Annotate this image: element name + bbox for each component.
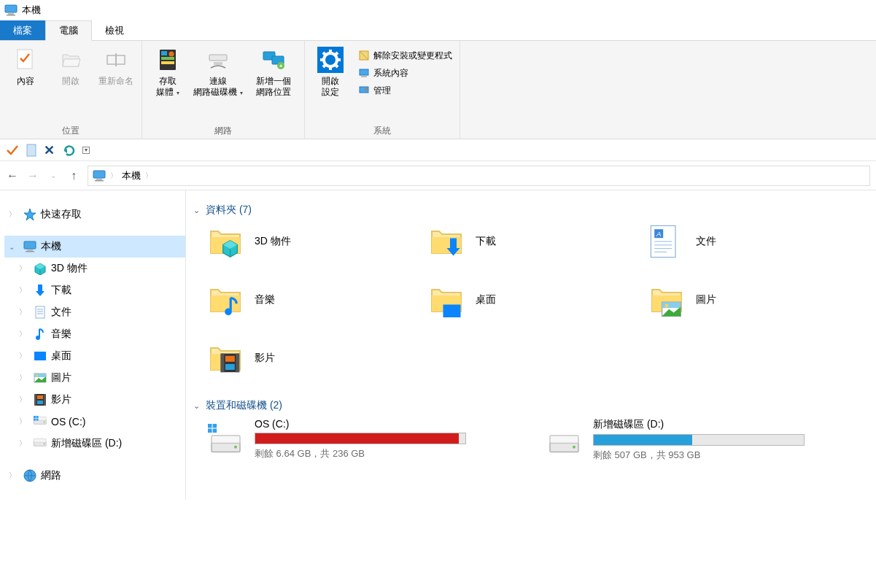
drive-status: 剩餘 6.64 GB，共 236 GB bbox=[255, 447, 466, 460]
breadcrumb-root[interactable]: 本機 bbox=[122, 169, 141, 182]
qat-doc-icon[interactable] bbox=[26, 144, 36, 157]
tree-drive-d[interactable]: 〉 新增磁碟區 (D:) bbox=[4, 433, 185, 454]
tree-videos[interactable]: 〉 影片 bbox=[4, 389, 185, 411]
chevron-right-icon[interactable]: 〉 bbox=[19, 438, 29, 449]
navbar: ← → ⌄ ↑ 〉 本機 〉 bbox=[0, 161, 876, 190]
section-drives-header[interactable]: ⌄ 裝置和磁碟機 (2) bbox=[193, 399, 869, 412]
drive-icon bbox=[33, 437, 47, 450]
ribbon-group-network: 存取 媒體 ▾ 連線 網路磁碟機 ▾ 新增一個 網路位置 網路 bbox=[142, 41, 305, 139]
address-bar[interactable]: 〉 本機 〉 bbox=[88, 166, 870, 186]
folder-desktop[interactable]: 桌面 bbox=[427, 281, 648, 319]
properties-icon bbox=[17, 49, 34, 71]
music-icon bbox=[34, 328, 46, 341]
folder-music[interactable]: 音樂 bbox=[206, 281, 427, 319]
rename-button: 重新命名 bbox=[95, 44, 137, 90]
settings-icon bbox=[317, 47, 344, 73]
sysprops-button[interactable]: 系統內容 bbox=[354, 64, 455, 82]
group-label-location: 位置 bbox=[4, 123, 137, 137]
quick-access-toolbar: ✕ ▾ bbox=[0, 139, 876, 161]
chevron-right-icon[interactable]: 〉 bbox=[9, 209, 19, 220]
qat-delete-icon[interactable]: ✕ bbox=[44, 142, 55, 158]
uninstall-button[interactable]: 解除安裝或變更程式 bbox=[354, 47, 455, 64]
folder-downloads[interactable]: 下載 bbox=[427, 223, 648, 260]
section-folders-header[interactable]: ⌄ 資料夾 (7) bbox=[193, 204, 869, 217]
ribbon-group-system: 開啟 設定 解除安裝或變更程式 系統內容 管理 系統 bbox=[305, 41, 460, 139]
drive-status: 剩餘 507 GB，共 953 GB bbox=[593, 449, 805, 462]
tree-documents[interactable]: 〉 文件 bbox=[4, 301, 185, 323]
thispc-icon bbox=[93, 169, 106, 182]
chevron-right-icon[interactable]: 〉 bbox=[19, 417, 29, 427]
chevron-down-icon: ⌄ bbox=[193, 206, 200, 215]
chevron-right-icon[interactable]: 〉 bbox=[19, 395, 29, 405]
tree-music[interactable]: 〉 音樂 bbox=[4, 323, 185, 345]
tab-file[interactable]: 檔案 bbox=[0, 20, 45, 40]
svg-rect-61 bbox=[27, 144, 36, 156]
nav-up-button[interactable]: ↑ bbox=[67, 169, 80, 182]
star-icon bbox=[23, 208, 36, 221]
access-media-button[interactable]: 存取 媒體 ▾ bbox=[147, 44, 189, 101]
cube-icon bbox=[34, 262, 47, 275]
download-icon bbox=[34, 284, 47, 297]
breadcrumb-sep-icon[interactable]: 〉 bbox=[110, 171, 117, 181]
breadcrumb-sep-icon[interactable]: 〉 bbox=[145, 171, 152, 181]
drive-usage-bar bbox=[593, 434, 805, 446]
sysprops-icon bbox=[359, 68, 369, 78]
folder-videos[interactable]: 影片 bbox=[206, 339, 427, 377]
addlocation-icon bbox=[262, 49, 285, 71]
ribbon-body: 內容 開啟 重新命名 位置 存取 媒體 ▾ 連線 網路磁碟機 ▾ bbox=[0, 41, 876, 139]
chevron-right-icon[interactable]: 〉 bbox=[19, 285, 29, 295]
chevron-right-icon[interactable]: 〉 bbox=[19, 373, 29, 383]
manage-icon bbox=[359, 85, 369, 96]
video-icon bbox=[34, 393, 47, 406]
tab-view[interactable]: 檢視 bbox=[92, 20, 137, 40]
chevron-down-icon: ⌄ bbox=[193, 401, 200, 411]
open-icon bbox=[61, 50, 81, 69]
ribbon-tabs: 檔案 電腦 檢視 bbox=[0, 20, 876, 41]
tree-drive-c[interactable]: 〉 OS (C:) bbox=[4, 411, 185, 433]
chevron-down-icon[interactable]: ⌄ bbox=[9, 243, 19, 251]
manage-button[interactable]: 管理 bbox=[354, 82, 455, 99]
tab-computer[interactable]: 電腦 bbox=[45, 20, 92, 41]
thispc-icon bbox=[4, 4, 18, 17]
nav-back-button[interactable]: ← bbox=[6, 169, 19, 182]
nav-forward-button: → bbox=[26, 169, 39, 182]
properties-button[interactable]: 內容 bbox=[4, 44, 47, 90]
qat-check-icon[interactable] bbox=[6, 144, 19, 157]
chevron-down-icon: ▾ bbox=[240, 90, 243, 96]
drive-c[interactable]: OS (C:) 剩餘 6.64 GB，共 236 GB bbox=[206, 418, 530, 462]
chevron-right-icon[interactable]: 〉 bbox=[19, 351, 29, 361]
tree-3d-objects[interactable]: 〉 3D 物件 bbox=[4, 258, 185, 279]
tree-desktop[interactable]: 〉 桌面 bbox=[4, 345, 185, 367]
folder-3d-objects[interactable]: 3D 物件 bbox=[206, 223, 427, 260]
chevron-right-icon[interactable]: 〉 bbox=[19, 263, 29, 274]
drive-usage-bar bbox=[255, 433, 466, 444]
nav-tree: 〉 快速存取 ⌄ 本機 〉 3D 物件 〉 下載 〉 文件 〉 音樂 bbox=[0, 190, 186, 500]
drive-d[interactable]: 新增磁碟區 (D:) 剩餘 507 GB，共 953 GB bbox=[545, 418, 869, 462]
map-drive-button[interactable]: 連線 網路磁碟機 ▾ bbox=[192, 44, 244, 101]
add-location-button[interactable]: 新增一個 網路位置 bbox=[247, 44, 300, 101]
open-settings-button[interactable]: 開啟 設定 bbox=[309, 44, 352, 101]
tree-this-pc[interactable]: ⌄ 本機 bbox=[4, 236, 185, 258]
desktop-icon bbox=[34, 349, 47, 363]
nav-recent-button[interactable]: ⌄ bbox=[47, 171, 60, 179]
drive-icon bbox=[33, 415, 47, 428]
titlebar: 本機 bbox=[0, 0, 876, 20]
drives-grid: OS (C:) 剩餘 6.64 GB，共 236 GB 新增磁碟區 (D:) 剩… bbox=[206, 418, 869, 462]
picture-icon bbox=[34, 372, 47, 384]
chevron-right-icon[interactable]: 〉 bbox=[19, 307, 29, 317]
uninstall-icon bbox=[359, 50, 369, 61]
tree-network[interactable]: 〉 網路 bbox=[4, 465, 185, 487]
group-label-network: 網路 bbox=[147, 123, 300, 137]
tree-quick-access[interactable]: 〉 快速存取 bbox=[4, 204, 185, 225]
rename-icon bbox=[106, 50, 126, 69]
chevron-right-icon[interactable]: 〉 bbox=[19, 329, 29, 339]
drive-icon bbox=[206, 421, 244, 453]
qat-dropdown-icon[interactable]: ▾ bbox=[82, 147, 90, 154]
qat-undo-icon[interactable] bbox=[62, 144, 75, 157]
tree-downloads[interactable]: 〉 下載 bbox=[4, 279, 185, 301]
folder-pictures[interactable]: 圖片 bbox=[648, 281, 869, 319]
tree-pictures[interactable]: 〉 圖片 bbox=[4, 367, 185, 389]
group-label-system: 系統 bbox=[309, 123, 455, 137]
folder-documents[interactable]: 文件 bbox=[648, 223, 869, 260]
chevron-right-icon[interactable]: 〉 bbox=[9, 471, 19, 481]
